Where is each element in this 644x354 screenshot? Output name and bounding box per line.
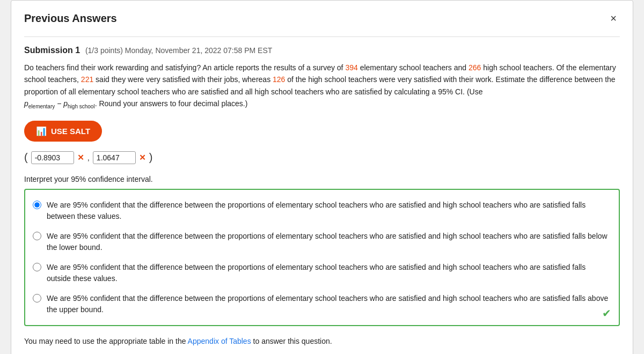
question-text-part2: elementary school teachers and [358,63,469,72]
radio-label-2: We are 95% confident that the difference… [47,231,611,253]
num-394: 394 [345,63,357,72]
use-salt-button[interactable]: 📊 USE SALT [24,121,102,142]
submission-header: Submission 1 (1/3 points) Monday, Novemb… [24,46,620,55]
comma-separator: , [87,153,90,162]
footer-text-after: to answer this question. [251,337,332,345]
open-paren: ( [24,151,28,164]
num-266: 266 [469,63,481,72]
x-mark-1[interactable]: ✕ [77,153,84,163]
radio-label-1: We are 95% confident that the difference… [47,200,611,222]
modal-container: Previous Answers × Submission 1 (1/3 poi… [11,0,633,354]
radio-option-2: We are 95% confident that the difference… [33,226,611,257]
salt-icon: 📊 [36,126,47,136]
radio-input-3[interactable] [33,263,41,271]
radio-group: We are 95% confident that the difference… [24,189,620,326]
modal-header: Previous Answers × [24,11,620,26]
answer-input-1[interactable] [31,151,74,164]
interpret-label: Interpret your 95% confidence interval. [24,175,620,183]
sub-high-school: high school [68,104,95,109]
radio-option-4: We are 95% confident that the difference… [33,289,611,320]
radio-option-3: We are 95% confident that the difference… [33,257,611,289]
close-paren: ) [149,151,153,164]
answer-input-2[interactable] [93,151,136,164]
radio-input-2[interactable] [33,232,41,240]
appendix-link[interactable]: Appendix of Tables [188,337,251,345]
round-text: . Round your answers to four decimal pla… [95,99,248,108]
num-221: 221 [81,75,93,84]
radio-label-4: We are 95% confident that the difference… [47,293,611,315]
question-text-part1: Do teachers find their work rewarding an… [24,63,345,72]
checkmark-icon: ✔ [602,307,611,320]
header-divider [24,36,620,37]
x-mark-2[interactable]: ✕ [139,153,146,163]
question-body: Do teachers find their work rewarding an… [24,62,620,111]
close-button[interactable]: × [607,11,620,26]
use-salt-label: USE SALT [51,127,90,136]
footer-text: You may need to use the appropriate tabl… [24,337,620,345]
num-126: 126 [273,75,285,84]
radio-input-4[interactable] [33,294,41,303]
minus-sign: − [55,99,63,108]
answer-row: ( ✕ , ✕ ) [24,151,620,164]
radio-label-3: We are 95% confident that the difference… [47,262,611,284]
submission-meta: (1/3 points) Monday, November 21, 2022 0… [85,46,272,55]
footer-text-before: You may need to use the appropriate tabl… [24,337,188,345]
p-notation-elem: p [24,99,28,108]
p-notation-high: p [63,99,68,108]
sub-elementary: elementary [28,104,55,109]
radio-option-1: We are 95% confident that the difference… [33,195,611,226]
radio-input-1[interactable] [33,201,41,209]
question-text-part4: said they were very satisfied with their… [93,75,273,84]
submission-title: Submission 1 [24,46,80,55]
modal-title: Previous Answers [24,12,117,25]
